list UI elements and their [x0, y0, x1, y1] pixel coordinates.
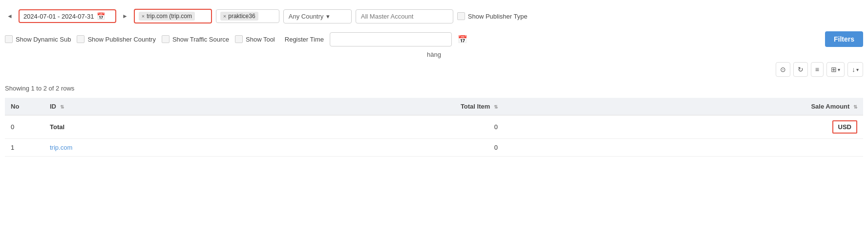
show-publisher-country-label[interactable]: Show Publisher Country: [77, 35, 155, 43]
country-dropdown-label: Any Country: [289, 13, 324, 20]
col-header-no: No: [5, 98, 44, 115]
toolbar-row3: ⊙ ↻ ≡ ⊞ ▾ ↓ ▾: [5, 60, 863, 81]
refresh-icon: ↻: [798, 66, 804, 73]
show-publisher-country-text: Show Publisher Country: [87, 36, 155, 43]
hang-row: hàng: [5, 51, 863, 58]
col-header-total-item: Total Item ⇅: [200, 98, 504, 115]
show-dynamic-sub-checkbox[interactable]: [5, 35, 13, 43]
sort-icon-total-item[interactable]: ⇅: [494, 104, 498, 110]
table-header-row: No ID ⇅ Total Item ⇅ Sale Amount ⇅: [5, 98, 863, 115]
show-publisher-type-text: Show Publisher Type: [468, 13, 528, 20]
tag-trip: × trip.com (trip.com: [139, 12, 195, 21]
cell-no-1: 1: [5, 139, 44, 157]
col-header-sale-amount: Sale Amount ⇅: [504, 98, 863, 115]
row-info: Showing 1 to 2 of 2 rows: [5, 81, 863, 98]
filters-button[interactable]: Filters: [825, 31, 863, 47]
cell-id-1-link[interactable]: trip.com: [50, 144, 72, 151]
next-arrow-btn[interactable]: ►: [120, 12, 130, 21]
show-traffic-source-text: Show Traffic Source: [172, 36, 229, 43]
icon-btn-5[interactable]: ↓ ▾: [847, 62, 863, 77]
sort-icon-sale-amount[interactable]: ⇅: [853, 104, 857, 110]
cell-id-0-label: Total: [50, 123, 64, 131]
clock-icon: ⊙: [780, 66, 786, 73]
icon-btn-3[interactable]: ≡: [811, 62, 824, 77]
show-traffic-source-checkbox[interactable]: [162, 35, 169, 43]
tag-praktice: × praktice36: [220, 12, 258, 21]
cell-sale-amount-0: USD: [504, 115, 863, 139]
download-icon: ↓: [852, 66, 855, 73]
tag1-label: trip.com (trip.com: [147, 13, 192, 20]
show-tool-text: Show Tool: [246, 36, 275, 43]
grid-icon: ⊞: [831, 66, 837, 73]
toolbar-row2: Show Dynamic Sub Show Publisher Country …: [5, 27, 863, 51]
date-range-box: 2024-07-01 - 2024-07-31 📅: [19, 9, 116, 23]
table-row: 0 Total 0 USD: [5, 115, 863, 139]
usd-badge: USD: [832, 120, 857, 134]
icon-btn-1[interactable]: ⊙: [776, 62, 790, 77]
cell-id-1: trip.com: [44, 139, 200, 157]
list-icon: ≡: [815, 66, 819, 73]
cell-no-0: 0: [5, 115, 44, 139]
cell-total-item-1: 0: [200, 139, 504, 157]
show-dynamic-sub-text: Show Dynamic Sub: [16, 36, 71, 43]
close-tag1-icon[interactable]: ×: [142, 13, 145, 19]
show-traffic-source-label[interactable]: Show Traffic Source: [162, 35, 229, 43]
sort-icon-id[interactable]: ⇅: [60, 104, 64, 110]
register-time-calendar-icon[interactable]: 📅: [458, 35, 467, 44]
show-publisher-type-label[interactable]: Show Publisher Type: [457, 12, 528, 20]
chevron-down-icon3: ▾: [856, 67, 859, 72]
prev-arrow-btn[interactable]: ◄: [5, 12, 15, 21]
show-tool-checkbox[interactable]: [235, 35, 243, 43]
register-time-label: Register Time: [285, 36, 324, 43]
cell-total-item-0: 0: [200, 115, 504, 139]
icon-btn-2[interactable]: ↻: [793, 62, 808, 77]
show-dynamic-sub-label[interactable]: Show Dynamic Sub: [5, 35, 71, 43]
tag-input-box: × trip.com (trip.com: [134, 9, 212, 23]
cell-id-0: Total: [44, 115, 200, 139]
toolbar-row1: ◄ 2024-07-01 - 2024-07-31 📅 ► × trip.com…: [5, 5, 863, 27]
register-time-input[interactable]: [330, 32, 452, 46]
show-tool-label[interactable]: Show Tool: [235, 35, 275, 43]
hang-label: hàng: [5, 51, 863, 58]
icon-btn-4[interactable]: ⊞ ▾: [826, 62, 845, 77]
master-account-input[interactable]: [356, 9, 453, 23]
data-table: No ID ⇅ Total Item ⇅ Sale Amount ⇅ 0 Tot…: [5, 98, 863, 157]
table-row: 1 trip.com 0: [5, 139, 863, 157]
table-body: 0 Total 0 USD 1 trip.com 0: [5, 115, 863, 157]
show-publisher-country-checkbox[interactable]: [77, 35, 85, 43]
close-tag2-icon[interactable]: ×: [223, 13, 226, 19]
tag-input-box2: × praktice36: [216, 9, 279, 23]
country-dropdown[interactable]: Any Country ▾: [283, 9, 352, 23]
date-range-text: 2024-07-01 - 2024-07-31: [23, 13, 94, 20]
calendar-icon-btn[interactable]: 📅: [97, 12, 105, 20]
col-header-id: ID ⇅: [44, 98, 200, 115]
cell-sale-amount-1: [504, 139, 863, 157]
chevron-down-icon2: ▾: [838, 67, 840, 72]
show-publisher-type-checkbox[interactable]: [457, 12, 465, 20]
chevron-down-icon: ▾: [326, 13, 330, 20]
tag2-label: praktice36: [228, 13, 255, 20]
